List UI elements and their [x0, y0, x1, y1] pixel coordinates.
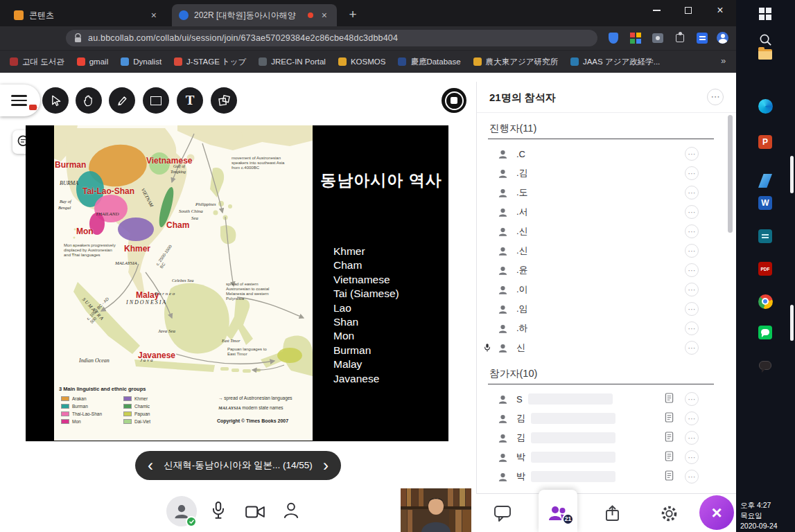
moderator-row[interactable]: .임 ⋯ — [477, 299, 726, 319]
bookmarks-overflow-icon[interactable]: » — [721, 55, 726, 66]
moderator-row[interactable]: .이 ⋯ — [477, 280, 726, 299]
participant-menu-button[interactable]: ⋯ — [685, 392, 699, 406]
participant-row[interactable]: 박 ⋯ — [477, 467, 726, 486]
file-explorer-icon[interactable] — [758, 46, 773, 62]
microphone-icon — [209, 500, 227, 521]
participants-menu-button[interactable]: ⋯ — [707, 89, 724, 105]
window-maximize-button[interactable] — [673, 0, 704, 21]
session-menu-button[interactable] — [0, 85, 40, 116]
bookmark-item[interactable]: JREC-IN Portal — [259, 57, 326, 66]
chat-tab-button[interactable] — [491, 502, 514, 524]
bookmark-item[interactable]: KOSMOS — [338, 57, 385, 66]
participant-menu-button[interactable]: ⋯ — [685, 147, 699, 161]
start-button[interactable] — [758, 6, 773, 21]
tab-close-icon[interactable]: × — [319, 9, 330, 21]
participant-menu-button[interactable]: ⋯ — [685, 411, 699, 425]
bookmark-item[interactable]: 慶應Database — [398, 57, 460, 67]
settings-tab-button[interactable] — [658, 502, 680, 524]
extension-badge-icon[interactable] — [696, 32, 708, 44]
participant-menu-button[interactable]: ⋯ — [685, 244, 699, 258]
participant-menu-button[interactable]: ⋯ — [685, 450, 699, 464]
moderator-row[interactable]: .도 ⋯ — [477, 183, 726, 202]
moderator-row[interactable]: 신 ⋯ — [477, 338, 726, 357]
participant-menu-button[interactable]: ⋯ — [685, 302, 699, 316]
moderator-row[interactable]: .C ⋯ — [477, 144, 726, 163]
bookmark-item[interactable]: 農大東アジア研究所 — [473, 57, 558, 67]
presenter-video-thumbnail[interactable] — [401, 488, 471, 532]
extensions-puzzle-icon[interactable] — [674, 32, 686, 44]
section-underline — [488, 139, 714, 139]
camera-button[interactable] — [243, 500, 267, 524]
bookmark-item[interactable]: gmail — [77, 57, 108, 66]
bookmark-item[interactable]: JAAS アジア政経学... — [570, 57, 660, 67]
extension-capture-icon[interactable] — [652, 32, 664, 44]
line-app-icon[interactable] — [758, 325, 773, 340]
panel-scrollbar[interactable] — [728, 115, 733, 233]
search-button[interactable] — [758, 32, 773, 47]
select-tool-button[interactable] — [42, 87, 69, 114]
moderator-row[interactable]: .윤 ⋯ — [477, 260, 726, 280]
participant-name: .서 — [516, 206, 528, 218]
address-bar[interactable]: au.bbcollab.com/collab/ui/session/join/6… — [66, 30, 597, 46]
tab-session[interactable]: 202R [대학원]동아시아해양 × — [172, 4, 337, 26]
moderator-row[interactable]: .하 ⋯ — [477, 319, 726, 338]
extension-shield-icon[interactable] — [607, 32, 620, 44]
chrome-icon[interactable] — [758, 294, 773, 309]
profile-avatar[interactable] — [717, 32, 729, 44]
window-close-button[interactable]: × — [705, 0, 735, 21]
bookmark-item[interactable]: J-STAGE トップ — [174, 57, 246, 67]
notes-icon[interactable] — [665, 451, 674, 464]
participant-menu-button[interactable]: ⋯ — [685, 283, 699, 296]
window-minimize-button[interactable] — [641, 0, 672, 21]
participant-menu-button[interactable]: ⋯ — [685, 321, 699, 335]
shapes-tool-button[interactable] — [211, 87, 237, 114]
kakaotalk-icon[interactable] — [758, 358, 773, 373]
bookmark-item[interactable]: 고대 도서관 — [10, 57, 64, 67]
close-panel-button[interactable]: × — [699, 495, 734, 530]
rectangle-tool-button[interactable] — [143, 87, 169, 114]
raise-hand-button[interactable] — [279, 499, 303, 522]
participant-row[interactable]: 김 ⋯ — [477, 409, 726, 428]
moderator-row[interactable]: .서 ⋯ — [477, 202, 726, 222]
participant-menu-button[interactable]: ⋯ — [685, 205, 699, 219]
participant-row[interactable]: 박 ⋯ — [477, 447, 726, 467]
bookmark-item[interactable]: Dynalist — [121, 57, 161, 66]
microphone-button[interactable] — [207, 499, 230, 522]
new-tab-button[interactable]: + — [344, 6, 362, 24]
moderator-row[interactable]: .신 ⋯ — [477, 241, 726, 260]
taskbar-clock[interactable]: 오후 4:27 목요일 2020-09-24 — [740, 500, 793, 531]
notes-icon[interactable] — [665, 470, 674, 484]
moderator-row[interactable]: .신 ⋯ — [477, 222, 726, 241]
stop-recording-button[interactable] — [442, 88, 466, 113]
extension-grid-icon[interactable] — [629, 32, 642, 44]
notes-icon[interactable] — [665, 393, 674, 406]
participant-row[interactable]: S ⋯ — [477, 389, 726, 409]
slide-list-item: Burman — [333, 344, 399, 357]
participant-menu-button[interactable]: ⋯ — [685, 186, 699, 200]
pan-tool-button[interactable] — [76, 87, 102, 114]
app-icon-teal[interactable] — [758, 229, 773, 244]
text-tool-button[interactable]: T — [177, 87, 203, 114]
participant-row[interactable]: 김 ⋯ — [477, 428, 726, 447]
pencil-tool-button[interactable] — [109, 87, 135, 114]
word-icon[interactable]: W — [758, 195, 773, 211]
participant-menu-button[interactable]: ⋯ — [685, 224, 699, 238]
participant-menu-button[interactable]: ⋯ — [685, 341, 699, 355]
next-slide-button[interactable]: › — [320, 457, 331, 474]
slide-list-item: Mon — [333, 329, 399, 343]
edge-browser-icon[interactable] — [758, 98, 773, 114]
share-content-tab-button[interactable] — [602, 502, 624, 524]
app-icon-blue[interactable] — [758, 173, 773, 188]
acrobat-pdf-icon[interactable]: PDF — [758, 261, 773, 276]
notes-icon[interactable] — [665, 432, 674, 445]
previous-slide-button[interactable]: ‹ — [145, 457, 156, 474]
participant-menu-button[interactable]: ⋯ — [685, 431, 699, 445]
powerpoint-icon[interactable]: P — [758, 134, 773, 150]
tab-contents[interactable]: 콘텐츠 × — [7, 4, 166, 26]
moderator-row[interactable]: .김 ⋯ — [477, 163, 726, 183]
participant-menu-button[interactable]: ⋯ — [685, 166, 699, 180]
notes-icon[interactable] — [665, 412, 674, 425]
participant-menu-button[interactable]: ⋯ — [685, 470, 699, 484]
participant-menu-button[interactable]: ⋯ — [685, 263, 699, 277]
tab-close-icon[interactable]: × — [148, 9, 159, 21]
